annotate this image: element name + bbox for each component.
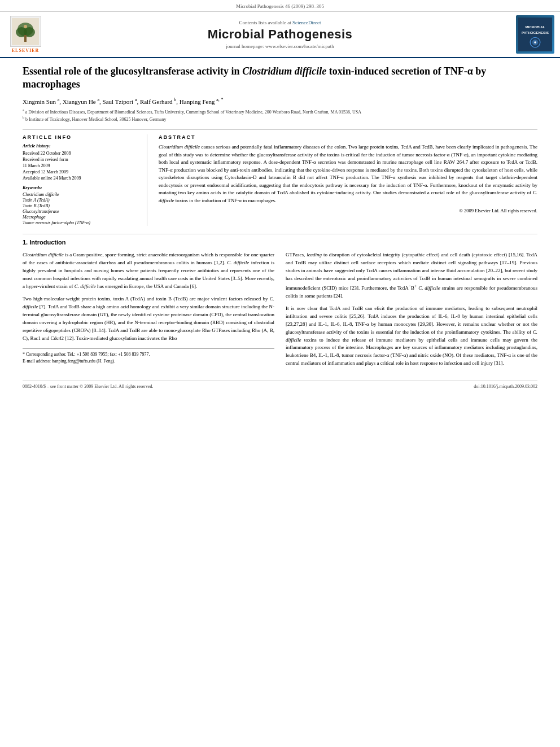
keyword-6: Tumor necrosis factor-alpha (TNF-α) [23,220,135,225]
intro-para-1: Clostridium difficile is a Gram-positive… [23,251,274,291]
history-label: Article history: [23,143,135,148]
article-info-heading: ARTICLE INFO [23,134,135,140]
journal-header: Microbial Pathogenesis 46 (2009) 298–305 [0,0,560,12]
footnote-corresponding: * Corresponding author. Tel.: +1 508 839… [23,351,274,357]
keyword-1: Clostridium difficile [23,192,135,197]
info-abstract-section: ARTICLE INFO Article history: Received 2… [23,134,537,226]
intro-left-column: Clostridium difficile is a Gram-positive… [23,251,274,372]
intro-para-3: GTPases, leading to disruption of cytosk… [286,251,537,300]
journal-banner: ELSEVIER Contents lists available at Sci… [0,12,560,58]
keyword-2: Toxin A (TcdA) [23,198,135,203]
doi-text: doi:10.1016/j.micpath.2009.03.002 [474,384,537,389]
abstract-heading: ABSTRACT [159,134,537,140]
intro-para-2: Two high-molecular-weight protein toxins… [23,295,274,343]
main-content: Essential role of the glucosyltransferas… [0,58,560,400]
journal-homepage: journal homepage: www.elsevier.com/locat… [51,43,509,49]
received-revised-label: Received in revised form [23,157,135,162]
affiliation-a: a a Division of Infectious Diseases, Dep… [23,108,537,115]
keywords-label: Keywords: [23,185,135,190]
svg-rect-4 [24,35,27,42]
vertical-divider [147,134,147,226]
article-info-column: ARTICLE INFO Article history: Received 2… [23,134,135,226]
svg-text:PATHOGENESIS: PATHOGENESIS [522,30,549,34]
keyword-3: Toxin B (TcdB) [23,203,135,208]
keyword-4: Glucosyltransferase [23,209,135,214]
article-title: Essential role of the glucosyltransferas… [23,65,537,91]
sciencedirect-text: Contents lists available at ScienceDirec… [51,20,509,25]
journal-logo-right-area: MICROBIAL PATHOGENESIS [515,15,554,54]
elsevier-text: ELSEVIER [12,48,39,53]
svg-point-11 [534,41,536,43]
accepted-date: Accepted 12 March 2009 [23,169,135,174]
elsevier-logo: ELSEVIER [6,16,45,53]
affiliations: a a Division of Infectious Diseases, Dep… [23,108,537,123]
divider-2 [23,234,537,234]
copyright-text: © 2009 Elsevier Ltd. All rights reserved… [159,208,537,213]
footnote-email: E-mail address: hanping.feng@tufts.edu (… [23,358,274,364]
bottom-info: 0882-4010/$ – see front matter © 2009 El… [23,381,537,389]
received-date: Received 22 October 2008 [23,151,135,156]
keyword-5: Macrophage [23,215,135,220]
intro-para-4: It is now clear that TcdA and TcdB can e… [286,305,537,368]
svg-point-5 [24,25,27,28]
intro-heading: 1. Introduction [23,239,537,246]
intro-right-column: GTPases, leading to disruption of cytosk… [286,251,537,372]
available-date: Available online 24 March 2009 [23,176,135,181]
sciencedirect-link[interactable]: ScienceDirect [292,20,321,25]
elsevier-tree-icon [10,16,41,47]
abstract-column: ABSTRACT Clostridium difficile causes se… [159,134,537,226]
journal-name: Microbial Pathogenesis [51,27,509,42]
footnote-area: * Corresponding author. Tel.: +1 508 839… [23,348,274,364]
issn-text: 0882-4010/$ – see front matter © 2009 El… [23,384,154,389]
abstract-text: Clostridium difficile causes serious and… [159,143,537,204]
authors: Xingmin Sun a, Xiangyun He a, Saul Tzipo… [23,97,537,105]
elsevier-logo-area: ELSEVIER [6,16,45,53]
banner-center: Contents lists available at ScienceDirec… [51,20,509,49]
intro-body-columns: Clostridium difficile is a Gram-positive… [23,251,537,372]
svg-text:MICROBIAL: MICROBIAL [526,25,545,29]
journal-logo-icon: MICROBIAL PATHOGENESIS [516,15,554,54]
divider-1 [23,129,537,130]
journal-citation: Microbial Pathogenesis 46 (2009) 298–305 [236,3,324,9]
revised-date: 11 March 2009 [23,163,135,168]
affiliation-b: b b Institute of Toxicology, Hanover Med… [23,115,537,123]
